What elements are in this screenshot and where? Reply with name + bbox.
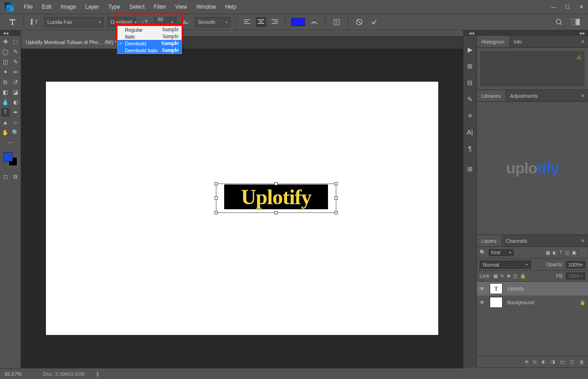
pen-tool[interactable]: ✒ (11, 108, 20, 117)
tab-adjustments[interactable]: Adjustments (505, 90, 543, 101)
canvas[interactable]: Uplotify (46, 82, 438, 335)
style-option-demibold[interactable]: ✓ Demibold Sample (118, 40, 181, 47)
tab-libraries[interactable]: Libraries (477, 90, 505, 101)
play-icon[interactable]: ▶ (465, 45, 475, 54)
history-brush-tool[interactable]: ↺ (11, 78, 20, 86)
filter-pixel-icon[interactable]: ▦ (546, 250, 550, 255)
fx-icon[interactable]: fx (533, 359, 537, 365)
shape-tool[interactable]: ○ (11, 118, 20, 127)
menu-layer[interactable]: Layer (80, 1, 103, 13)
filter-search-icon[interactable]: 🔍 (480, 250, 486, 256)
menu-filter[interactable]: Filter (149, 1, 171, 13)
panel-menu-icon[interactable]: ≡ (578, 39, 588, 44)
visibility-toggle[interactable]: 👁 (480, 300, 485, 305)
visibility-toggle[interactable]: 👁 (480, 286, 485, 291)
font-family-combo[interactable]: Lucida Fax ▾ (44, 17, 104, 27)
quick-select-tool[interactable]: ✎ (11, 48, 20, 56)
text-orientation-icon[interactable]: T (29, 17, 40, 28)
delete-layer-icon[interactable]: 🗑 (579, 359, 584, 365)
menu-view[interactable]: View (170, 1, 192, 13)
menu-select[interactable]: Select (124, 1, 149, 13)
hand-tool[interactable]: ✋ (1, 128, 10, 137)
marquee-tool[interactable]: ⬚ (11, 38, 20, 46)
type-tool[interactable]: T (1, 108, 10, 117)
clone-tool[interactable]: ⧉ (1, 78, 10, 86)
blur-tool[interactable]: 💧 (1, 98, 10, 106)
dodge-tool[interactable]: ◐ (11, 98, 20, 106)
lasso-tool[interactable]: ◯ (1, 48, 10, 56)
workspace-button[interactable] (570, 17, 581, 27)
lock-artboard-icon[interactable]: ◫ (513, 273, 517, 279)
doc-info[interactable]: Doc: 3,39M/3,41M (43, 371, 85, 377)
filter-smart-icon[interactable]: ▣ (572, 250, 576, 255)
new-layer-icon[interactable]: 🗋 (570, 359, 575, 365)
more-tools[interactable]: ⋯ (6, 139, 15, 147)
window-minimize[interactable]: — (547, 0, 560, 14)
panel-menu-icon[interactable]: ≡ (578, 238, 588, 243)
menu-type[interactable]: Type (103, 1, 124, 13)
brush-settings-icon[interactable]: ✎ (465, 95, 475, 104)
filter-adjust-icon[interactable]: ◐ (553, 250, 557, 255)
align-center-button[interactable] (256, 17, 266, 27)
path-select-tool[interactable]: ▲ (1, 118, 10, 127)
window-maximize[interactable]: ☐ (560, 0, 574, 14)
gradient-tool[interactable]: ◪ (11, 88, 20, 96)
lock-icon[interactable]: 🔒 (580, 300, 585, 305)
character-panel-button[interactable] (331, 17, 342, 27)
text-transform-box[interactable]: Uplotify (216, 184, 336, 213)
tool-panel-collapse[interactable]: ◀◀ (0, 30, 21, 36)
text-color-swatch[interactable] (291, 18, 305, 26)
filter-kind-combo[interactable]: Kind▾ (489, 249, 514, 256)
handle-r[interactable] (334, 196, 338, 200)
antialias-combo[interactable]: Smooth ▾ (195, 17, 231, 27)
filter-type-icon[interactable]: T (560, 250, 562, 255)
document-tab[interactable]: Uplotify Membuat Tulisan di Pho… /8#) * … (21, 36, 129, 49)
tab-channels[interactable]: Channels (501, 235, 531, 246)
menu-window[interactable]: Window (192, 1, 220, 13)
foreground-color[interactable] (4, 152, 13, 162)
right-panel-collapse[interactable]: ▶▶ (477, 30, 588, 36)
style-option-italic[interactable]: Italic Sample (118, 33, 181, 40)
tab-info[interactable]: Info (509, 36, 526, 47)
right-iconbar-collapse[interactable]: ◀◀ (463, 30, 477, 36)
commit-edit-button[interactable] (368, 17, 379, 27)
layer-item-uplotify[interactable]: 👁 T Uplotify (477, 282, 588, 295)
tab-histogram[interactable]: Histogram (477, 36, 509, 47)
handle-l[interactable] (215, 196, 218, 200)
search-icon[interactable] (554, 17, 565, 27)
screen-mode-tool[interactable]: ⧉ (11, 173, 20, 181)
canvas-viewport[interactable]: Uplotify (21, 49, 463, 368)
paragraph-icon2[interactable]: ¶ (465, 144, 475, 153)
move-tool[interactable]: ✥ (1, 38, 10, 46)
info-expand-icon[interactable]: ❯ (96, 371, 99, 376)
filter-shape-icon[interactable]: ◫ (565, 250, 569, 255)
group-icon[interactable]: 🗀 (560, 359, 565, 365)
opacity-value[interactable]: 100%▾ (566, 261, 585, 268)
align-right-button[interactable] (270, 17, 280, 27)
tab-layers[interactable]: Layers (477, 235, 501, 246)
warning-icon[interactable]: ⚠ (577, 54, 582, 61)
actions-icon[interactable]: ⊟ (465, 78, 475, 87)
handle-tr[interactable] (334, 182, 338, 185)
align-left-button[interactable] (242, 17, 252, 27)
panel-menu-icon[interactable]: ≡ (578, 93, 588, 98)
lock-transparent-icon[interactable]: ▦ (493, 273, 498, 279)
fill-value[interactable]: 100%▾ (566, 273, 585, 279)
zoom-tool[interactable]: 🔍 (11, 128, 20, 137)
spot-heal-tool[interactable]: ✦ (1, 68, 10, 76)
adjustment-layer-icon[interactable]: ◑ (551, 359, 555, 365)
lock-position-icon[interactable]: ✥ (507, 273, 510, 279)
blend-mode-combo[interactable]: Normal▾ (480, 261, 531, 269)
lock-all-icon[interactable]: 🔒 (520, 273, 526, 279)
layer-item-background[interactable]: 👁 Background 🔒 (477, 295, 588, 309)
eraser-tool[interactable]: ◧ (1, 88, 10, 96)
mask-icon[interactable]: ◐ (542, 359, 546, 365)
crop-tool[interactable]: ◫ (1, 58, 10, 66)
handle-bl[interactable] (215, 211, 218, 214)
handle-b[interactable] (274, 211, 277, 214)
swatches-icon[interactable]: ⊞ (465, 61, 475, 71)
link-layers-icon[interactable]: ⬘ (525, 359, 528, 365)
glyphs-icon[interactable]: ⊞ (465, 164, 475, 173)
filter-toggle[interactable] (581, 250, 585, 256)
handle-br[interactable] (334, 211, 338, 214)
